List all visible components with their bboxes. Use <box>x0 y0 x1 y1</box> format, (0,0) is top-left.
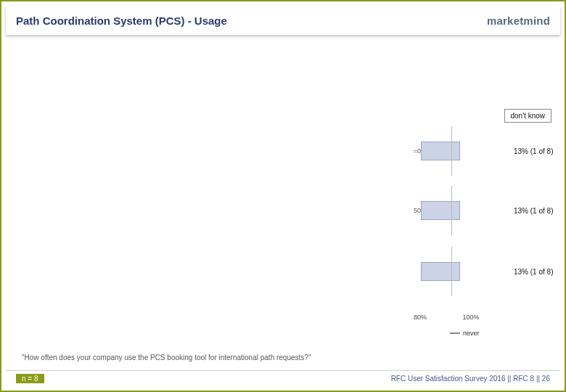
legend-never: never <box>450 330 480 337</box>
legend-dont-know: don't know <box>504 109 552 123</box>
bar-segment <box>421 201 460 220</box>
x-axis-ticks: 80% 100% <box>409 314 482 321</box>
axis-tick-stub: 50 <box>411 207 421 214</box>
x-tick: 80% <box>409 314 431 321</box>
footer-bar: n = 8 RFC User Satisfaction Survey 2016 … <box>6 370 560 386</box>
legend-label: never <box>463 330 480 337</box>
axis-tick-stub: =0 <box>411 147 421 155</box>
sample-size-badge: n = 8 <box>16 374 44 383</box>
axis-gridline <box>451 186 452 235</box>
bar-value-label: 13% (1 of 8) <box>514 268 553 276</box>
chart-area: don't know =0 13% (1 of 8) 50 13% (1 of … <box>6 45 560 350</box>
bar-value-label: 13% (1 of 8) <box>514 207 553 215</box>
slide: Path Coordination System (PCS) - Usage m… <box>0 0 566 392</box>
bar-value-label: 13% (1 of 8) <box>514 147 553 155</box>
bar-segment <box>421 262 460 281</box>
axis-gridline <box>451 126 452 176</box>
survey-question: "How often does your company use the PCS… <box>22 354 311 362</box>
axis-gridline <box>451 247 452 296</box>
x-tick: 100% <box>460 314 482 321</box>
page-title: Path Coordination System (PCS) - Usage <box>16 15 227 27</box>
bar-row: =0 13% (1 of 8) <box>409 139 553 163</box>
header-bar: Path Coordination System (PCS) - Usage m… <box>6 6 560 35</box>
footer-meta: RFC User Satisfaction Survey 2016 || RFC… <box>391 375 550 383</box>
legend-swatch <box>450 332 460 334</box>
bar-row: 13% (1 of 8) <box>409 260 553 283</box>
brand-logo: marketmind <box>487 15 550 27</box>
bar-segment <box>421 142 460 160</box>
bar-row: 50 13% (1 of 8) <box>409 199 553 222</box>
